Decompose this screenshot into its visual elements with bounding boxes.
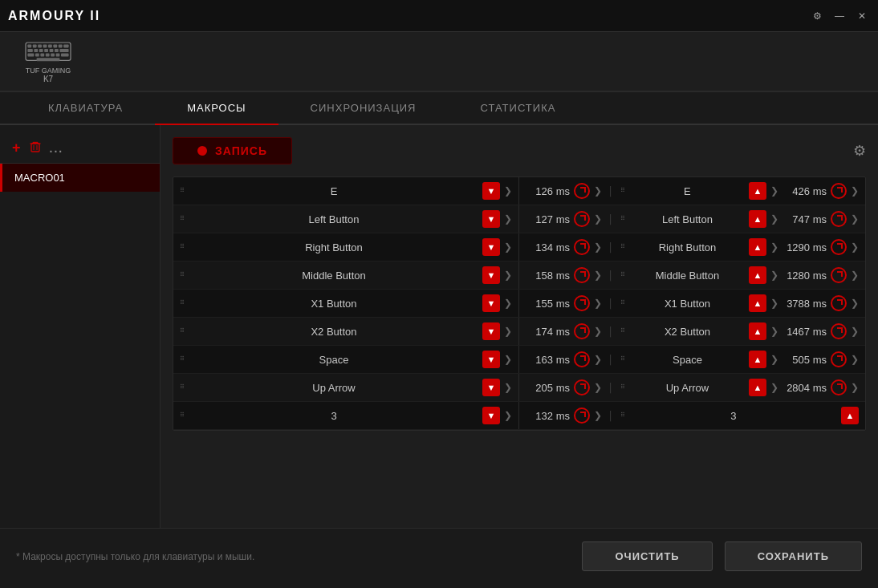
delete-macro-button[interactable] <box>29 140 42 156</box>
close-button[interactable]: ✕ <box>854 10 870 22</box>
chevron-right-icon: ❯ <box>770 213 778 225</box>
svg-rect-21 <box>56 54 60 57</box>
delay-down-value: 132 ms <box>526 410 570 422</box>
down-arrow-button[interactable]: ▼ <box>482 407 500 424</box>
chevron-right-icon: ❯ <box>594 382 602 393</box>
tab-stats[interactable]: СТАТИСТИКА <box>449 92 588 125</box>
clock-icon <box>831 323 847 339</box>
sidebar-item-macro01[interactable]: MACRO01 <box>0 164 160 192</box>
tab-macros[interactable]: МАКРОСЫ <box>155 92 278 125</box>
settings-gear-icon[interactable]: ⚙ <box>853 142 866 160</box>
chevron-right-icon: ❯ <box>770 326 778 337</box>
record-label: ЗАПИСЬ <box>215 144 267 157</box>
drag-handle-icon[interactable]: ⠿ <box>620 412 626 419</box>
chevron-right-icon: ❯ <box>504 241 512 253</box>
table-row: ⠿ X2 Button ▼ ❯ 174 ms ❯ │ ⠿ X2 Button ▲… <box>173 318 865 346</box>
add-macro-button[interactable]: + <box>12 140 21 156</box>
footer-buttons: ОЧИСТИТЬ СОХРАНИТЬ <box>582 541 862 571</box>
content-area: ЗАПИСЬ ⚙ ⠿ E ▼ ❯ 126 ms ❯ <box>161 125 878 528</box>
drag-handle-icon[interactable]: ⠿ <box>620 300 626 306</box>
svg-rect-2 <box>33 44 37 47</box>
chevron-right-icon: ❯ <box>851 241 859 253</box>
tab-sync[interactable]: СИНХРОНИЗАЦИЯ <box>278 92 449 125</box>
down-arrow-button[interactable]: ▼ <box>482 351 500 368</box>
up-arrow-button[interactable]: ▲ <box>749 351 766 368</box>
save-button[interactable]: СОХРАНИТЬ <box>725 541 862 571</box>
down-arrow-button[interactable]: ▼ <box>482 322 500 340</box>
macro-scroll-area[interactable]: ⠿ E ▼ ❯ 126 ms ❯ │ ⠿ E ▲ ❯ 426 ms <box>173 177 865 430</box>
up-arrow-button[interactable]: ▲ <box>749 210 766 228</box>
key-down-cell: ⠿ E ▼ ❯ <box>173 177 519 205</box>
record-button[interactable]: ЗАПИСЬ <box>173 137 292 164</box>
clock-icon <box>831 239 847 255</box>
svg-rect-13 <box>50 49 54 52</box>
key-down-label: E <box>189 185 478 197</box>
table-row: ⠿ Up Arrow ▼ ❯ 205 ms ❯ │ ⠿ Up Arrow ▲ ❯ <box>173 374 865 402</box>
drag-handle-icon[interactable]: ⠿ <box>180 216 185 222</box>
chevron-right-icon: ❯ <box>504 185 512 197</box>
drag-handle-icon[interactable]: ⠿ <box>180 188 185 194</box>
key-down-cell: ⠿ Middle Button ▼ ❯ <box>173 262 519 289</box>
up-arrow-button[interactable]: ▲ <box>749 294 766 312</box>
down-arrow-button[interactable]: ▼ <box>482 210 500 228</box>
key-down-label: 3 <box>189 410 478 422</box>
svg-rect-5 <box>48 44 52 47</box>
drag-handle-icon[interactable]: ⠿ <box>620 384 626 391</box>
up-arrow-button[interactable]: ▲ <box>749 266 766 284</box>
drag-handle-icon[interactable]: ⠿ <box>180 384 185 391</box>
key-down-cell: ⠿ Space ▼ ❯ <box>173 346 519 373</box>
clock-icon <box>831 379 847 395</box>
up-arrow-button[interactable]: ▲ <box>749 238 766 256</box>
drag-handle-icon[interactable]: ⠿ <box>180 300 185 306</box>
delay-down-cell: 163 ms ❯ │ ⠿ Space ▲ ❯ 505 ms ❯ <box>519 346 865 373</box>
more-options-button[interactable]: ... <box>50 142 64 155</box>
delay-up-value: 505 ms <box>782 354 827 366</box>
down-arrow-button[interactable]: ▼ <box>482 294 500 312</box>
svg-rect-20 <box>51 54 55 57</box>
drag-handle-icon[interactable]: ⠿ <box>180 356 185 363</box>
up-arrow-button[interactable]: ▲ <box>749 379 766 396</box>
down-arrow-button[interactable]: ▼ <box>482 182 500 200</box>
settings-icon[interactable]: ⚙ <box>809 10 825 22</box>
drag-handle-icon[interactable]: ⠿ <box>620 272 626 278</box>
key-down-label: Up Arrow <box>189 382 478 394</box>
separator-icon: │ <box>608 242 614 252</box>
separator-icon: │ <box>608 214 614 224</box>
down-arrow-button[interactable]: ▼ <box>482 266 500 284</box>
delay-up-value: 426 ms <box>782 185 827 197</box>
down-arrow-button[interactable]: ▼ <box>482 379 500 396</box>
tab-keyboard[interactable]: КЛАВИАТУРА <box>16 92 155 125</box>
minimize-button[interactable]: — <box>831 10 848 22</box>
svg-rect-12 <box>44 49 48 52</box>
drag-handle-icon[interactable]: ⠿ <box>620 216 626 222</box>
down-arrow-button[interactable]: ▼ <box>482 238 500 256</box>
app-title: ARMOURY II <box>8 9 100 23</box>
chevron-right-icon: ❯ <box>594 270 602 281</box>
device-name: TUF GAMING K7 <box>26 67 71 83</box>
drag-handle-icon[interactable]: ⠿ <box>620 328 626 335</box>
sidebar: + ... MACRO01 <box>0 125 161 528</box>
clock-icon <box>574 379 590 395</box>
drag-handle-icon[interactable]: ⠿ <box>180 272 185 278</box>
clear-button[interactable]: ОЧИСТИТЬ <box>582 541 712 571</box>
up-arrow-button[interactable]: ▲ <box>749 322 766 340</box>
drag-handle-icon[interactable]: ⠿ <box>180 412 185 419</box>
chevron-right-icon: ❯ <box>770 185 778 197</box>
delay-down-value: 127 ms <box>526 213 570 225</box>
up-arrow-button[interactable]: ▲ <box>841 407 859 424</box>
chevron-right-icon: ❯ <box>851 213 859 225</box>
drag-handle-icon[interactable]: ⠿ <box>620 244 626 250</box>
svg-rect-15 <box>59 49 68 52</box>
chevron-right-icon: ❯ <box>770 382 778 393</box>
drag-handle-icon[interactable]: ⠿ <box>180 328 185 335</box>
chevron-right-icon: ❯ <box>504 410 512 421</box>
drag-handle-icon[interactable]: ⠿ <box>620 356 626 363</box>
up-arrow-button[interactable]: ▲ <box>749 182 766 200</box>
svg-rect-24 <box>31 144 39 152</box>
macro-table: ⠿ E ▼ ❯ 126 ms ❯ │ ⠿ E ▲ ❯ 426 ms <box>173 176 866 431</box>
key-up-label: Right Button <box>630 241 745 253</box>
delay-down-cell: 126 ms ❯ │ ⠿ E ▲ ❯ 426 ms ❯ <box>519 177 865 205</box>
drag-handle-icon[interactable]: ⠿ <box>180 244 185 250</box>
drag-handle-icon[interactable]: ⠿ <box>620 188 626 194</box>
clock-icon <box>574 295 590 311</box>
